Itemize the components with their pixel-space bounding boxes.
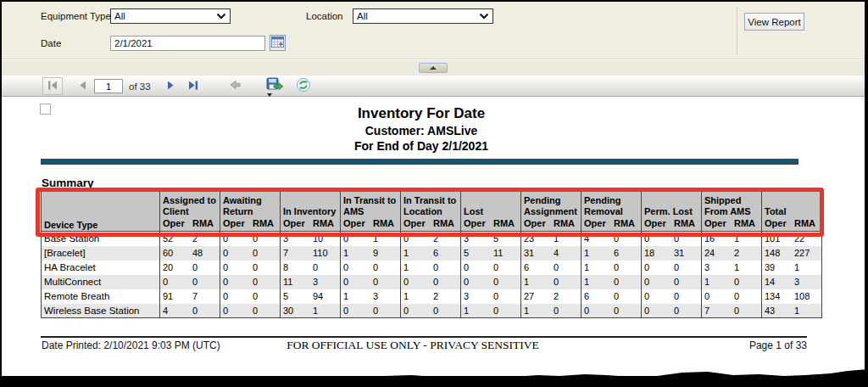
- group-header: Shipped From AMS: [702, 191, 762, 217]
- value-cell: 0: [642, 275, 672, 289]
- value-cell: 27: [521, 289, 552, 304]
- value-cell: 1: [581, 275, 612, 289]
- value-cell: 0: [190, 304, 220, 318]
- value-cell: 0: [220, 246, 251, 261]
- value-cell: 101: [762, 232, 793, 246]
- value-cell: 108: [792, 289, 822, 304]
- value-cell: 0: [642, 304, 672, 318]
- value-cell: 0: [341, 261, 371, 275]
- value-cell: 1: [792, 261, 822, 275]
- dropdown-chevron-icon: [479, 13, 489, 20]
- page-count-label: of 33: [129, 81, 151, 92]
- oper-subheader: Oper: [401, 217, 431, 232]
- value-cell: 0: [220, 261, 251, 275]
- value-cell: 1: [341, 246, 371, 261]
- value-cell: 1: [341, 289, 371, 304]
- section-divider-bar: [41, 159, 798, 165]
- group-header: Pending Removal: [581, 191, 642, 217]
- view-report-button[interactable]: View Report: [744, 13, 804, 31]
- value-cell: 22: [792, 232, 822, 246]
- value-cell: 0: [341, 232, 371, 246]
- summary-section-title: Summary: [42, 177, 94, 189]
- value-cell: 3: [370, 289, 401, 304]
- value-cell: 0: [190, 261, 220, 275]
- value-cell: 0: [370, 304, 401, 318]
- group-header: In Transit to Location: [401, 191, 461, 217]
- value-cell: 4: [551, 246, 581, 261]
- location-label: Location: [306, 11, 342, 21]
- dropdown-chevron-icon: [216, 13, 226, 20]
- value-cell: 0: [370, 275, 401, 289]
- value-cell: 0: [341, 275, 371, 289]
- group-header: Total: [762, 191, 822, 217]
- value-cell: 0: [250, 304, 281, 318]
- table-row: [Bracelet]604800711019165113141618312421…: [42, 246, 822, 261]
- value-cell: 0: [250, 246, 281, 261]
- rma-subheader: RMA: [431, 217, 461, 232]
- device-type-cell: [Bracelet]: [42, 246, 160, 261]
- last-page-icon: [187, 80, 199, 93]
- value-cell: 1: [581, 246, 612, 261]
- device-type-cell: Remote Breath: [42, 289, 160, 304]
- value-cell: 0: [671, 304, 702, 318]
- value-cell: 20: [160, 261, 191, 275]
- page-number-input[interactable]: [94, 79, 123, 93]
- value-cell: 6: [581, 289, 612, 304]
- value-cell: 5: [491, 232, 521, 246]
- value-cell: 31: [521, 246, 552, 261]
- value-cell: 60: [160, 246, 191, 261]
- value-cell: 0: [491, 289, 521, 304]
- value-cell: 11: [281, 275, 311, 289]
- previous-page-button[interactable]: [72, 77, 92, 95]
- value-cell: 1: [401, 246, 431, 261]
- back-to-parent-button[interactable]: [225, 77, 246, 95]
- rma-subheader: RMA: [551, 217, 581, 232]
- value-cell: 1: [370, 232, 401, 246]
- value-cell: 6: [521, 261, 552, 275]
- rma-subheader: RMA: [792, 217, 822, 232]
- value-cell: 2: [190, 232, 220, 246]
- oper-subheader: Oper: [521, 217, 552, 232]
- value-cell: 30: [281, 304, 311, 318]
- first-page-button[interactable]: [42, 77, 63, 95]
- value-cell: 4: [160, 304, 191, 318]
- value-cell: 0: [461, 261, 492, 275]
- location-select[interactable]: All: [353, 8, 493, 24]
- group-header: In Inventory: [281, 191, 341, 217]
- value-cell: 3: [310, 275, 341, 289]
- footer-classification: FOR OFFICIAL USE ONLY - PRIVACY SENSITIV…: [239, 339, 587, 352]
- footer-page-info: Page 1 of 33: [680, 339, 807, 351]
- refresh-button[interactable]: [293, 77, 314, 95]
- value-cell: 227: [792, 246, 822, 261]
- value-cell: 9: [370, 246, 401, 261]
- table-row: Wireless Base Station4000301000010100000…: [42, 304, 822, 318]
- value-cell: 0: [642, 232, 672, 246]
- value-cell: 11: [491, 246, 521, 261]
- value-cell: 18: [642, 246, 672, 261]
- collapse-parameters-button[interactable]: [419, 63, 448, 73]
- export-button[interactable]: [266, 77, 285, 95]
- value-cell: 0: [642, 289, 672, 304]
- group-header: Awaiting Return: [220, 191, 281, 217]
- oper-subheader: Oper: [581, 217, 612, 232]
- value-cell: 0: [250, 261, 281, 275]
- value-cell: 1: [401, 289, 431, 304]
- table-row: Remote Breath917005941312302726000001341…: [42, 289, 822, 304]
- value-cell: 0: [401, 232, 431, 246]
- table-row: MultiConnect000011300000010100010143: [42, 275, 822, 289]
- calendar-button[interactable]: [270, 35, 286, 51]
- value-cell: 0: [491, 275, 521, 289]
- next-page-button[interactable]: [161, 77, 181, 95]
- value-cell: 110: [310, 246, 341, 261]
- screenshot-torn-bottom-edge: [0, 367, 868, 387]
- refresh-icon: [296, 77, 311, 95]
- value-cell: 43: [762, 304, 793, 318]
- date-input[interactable]: [110, 36, 265, 51]
- report-viewer: Equipment Type All Location All Date: [2, 2, 865, 376]
- splitter-strip: [2, 60, 865, 76]
- report-customer: Customer: AMSLive: [2, 123, 841, 138]
- last-page-button[interactable]: [183, 77, 203, 95]
- value-cell: 2: [431, 289, 461, 304]
- equipment-type-select[interactable]: All: [110, 8, 231, 24]
- oper-subheader: Oper: [762, 217, 793, 232]
